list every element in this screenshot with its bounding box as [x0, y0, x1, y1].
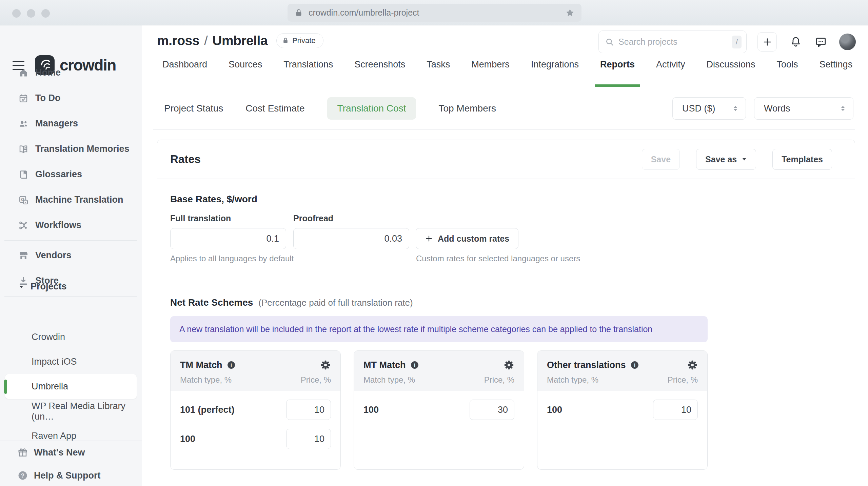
match-type-column-label: Match type, % [547, 375, 598, 385]
table-row: 100 [363, 400, 514, 420]
net-rate-schemes-title: Net Rate Schemes [170, 297, 253, 308]
price-column-label: Price, % [301, 375, 331, 385]
table-row: 101 (perfect) [180, 400, 331, 420]
save-as-label: Save as [705, 155, 737, 164]
breadcrumb: m.ross / Umbrella Private [157, 33, 323, 48]
currency-select[interactable]: USD ($) [672, 97, 746, 120]
tab-members[interactable]: Members [471, 59, 510, 87]
other-translations-100-price-input[interactable] [653, 400, 698, 420]
sidebar-divider [4, 57, 137, 57]
tm-match-card-body: 101 (perfect) 100 [171, 400, 340, 449]
sidebar-project-list: Crowdin Impact iOS Umbrella WP Real Medi… [0, 325, 142, 441]
tab-translations[interactable]: Translations [283, 59, 333, 87]
full-translation-input[interactable] [170, 228, 286, 249]
private-badge-label: Private [292, 36, 315, 45]
sidebar-divider [4, 240, 137, 241]
users-icon [18, 119, 28, 129]
tab-activity[interactable]: Activity [656, 59, 685, 87]
info-icon[interactable]: i [227, 361, 235, 369]
unit-select[interactable]: Words [754, 97, 853, 120]
project-item-raven-app[interactable]: Raven App [0, 424, 142, 441]
search-shortcut-hint: / [732, 36, 742, 48]
net-rate-schemes-subtitle: (Percentage paid of full translation rat… [258, 298, 413, 308]
other-translations-card-body: 100 [537, 400, 707, 420]
mt-match-card-body: 100 [354, 400, 524, 420]
subtab-top-members[interactable]: Top Members [438, 103, 496, 114]
sidebar-item-todo[interactable]: To Do [0, 85, 142, 111]
tab-tasks[interactable]: Tasks [427, 59, 450, 87]
plus-icon [425, 235, 433, 243]
tm-match-101-price-input[interactable] [286, 400, 331, 420]
project-item-wp-real-media-library[interactable]: WP Real Media Library (un… [0, 399, 142, 424]
breadcrumb-owner[interactable]: m.ross [157, 33, 199, 48]
tab-settings[interactable]: Settings [820, 59, 853, 87]
net-rate-cards: TM Match i Match type, % Price, % 101 (p… [170, 350, 842, 470]
tab-screenshots[interactable]: Screenshots [354, 59, 405, 87]
base-rate-help: Applies to all languages by default Cust… [170, 254, 842, 265]
search-input[interactable] [618, 37, 732, 47]
rates-panel: Rates Save Save as Templates Base Rates,… [157, 140, 855, 486]
project-item-umbrella[interactable]: Umbrella [5, 374, 137, 399]
tab-discussions[interactable]: Discussions [707, 59, 755, 87]
sidebar-item-home[interactable]: Home [0, 60, 142, 85]
info-icon[interactable]: i [411, 361, 419, 369]
select-arrows-icon [840, 104, 846, 113]
project-item-impact-ios[interactable]: Impact iOS [0, 349, 142, 374]
tab-sources[interactable]: Sources [229, 59, 262, 87]
sidebar-item-managers[interactable]: Managers [0, 111, 142, 136]
info-icon[interactable]: i [631, 361, 639, 369]
tab-tools[interactable]: Tools [777, 59, 798, 87]
tm-match-100-price-input[interactable] [286, 429, 331, 449]
sidebar-item-vendors[interactable]: Vendors [0, 243, 142, 268]
search-box[interactable]: / [598, 31, 747, 53]
window-close-button[interactable] [12, 9, 21, 18]
subtab-translation-cost[interactable]: Translation Cost [327, 97, 416, 120]
proofread-input[interactable] [293, 228, 409, 249]
gear-icon[interactable] [687, 360, 698, 370]
book-bookmark-icon [18, 169, 28, 180]
create-project-button[interactable] [757, 32, 777, 52]
address-bar[interactable]: crowdin.com/umbrella-project [288, 4, 581, 22]
tab-reports[interactable]: Reports [600, 59, 635, 87]
window-maximize-button[interactable] [41, 9, 50, 18]
mt-match-100-price-input[interactable] [470, 400, 514, 420]
match-type-value: 100 [547, 405, 562, 415]
base-rate-inputs: Add custom rates [170, 228, 842, 249]
lock-icon [294, 8, 303, 17]
svg-text:i: i [634, 362, 635, 368]
gear-icon[interactable] [504, 360, 514, 370]
save-button[interactable]: Save [642, 149, 680, 170]
sidebar-item-glossaries[interactable]: Glossaries [0, 162, 142, 187]
templates-button[interactable]: Templates [772, 149, 832, 170]
user-avatar[interactable] [839, 34, 856, 50]
net-rate-schemes-header: Net Rate Schemes (Percentage paid of ful… [170, 297, 842, 308]
subtabs-divider [153, 129, 855, 130]
proofread-label: Proofread [293, 214, 416, 223]
report-filters: USD ($) Words [672, 97, 853, 120]
project-item-crowdin[interactable]: Crowdin [0, 325, 142, 349]
tab-dashboard[interactable]: Dashboard [162, 59, 207, 87]
subtab-cost-estimate[interactable]: Cost Estimate [245, 103, 304, 114]
rates-panel-body: Base Rates, $/word Full translation Proo… [157, 179, 855, 470]
breadcrumb-separator: / [204, 33, 208, 48]
match-type-value: 101 (perfect) [180, 405, 235, 415]
sidebar-item-help-support[interactable]: ? Help & Support [0, 464, 142, 486]
sidebar-item-machine-translation[interactable]: Gx Machine Translation [0, 187, 142, 212]
subtab-project-status[interactable]: Project Status [164, 103, 223, 114]
table-row: 100 [180, 429, 331, 449]
save-as-button[interactable]: Save as [696, 149, 756, 170]
sidebar-item-workflows[interactable]: Workflows [0, 212, 142, 238]
bell-icon [790, 36, 802, 48]
window-minimize-button[interactable] [27, 9, 35, 18]
sidebar-projects-header[interactable]: Projects [0, 274, 142, 299]
sidebar-item-whats-new[interactable]: What's New [0, 441, 142, 464]
add-custom-rates-button[interactable]: Add custom rates [416, 228, 518, 249]
notifications-button[interactable] [790, 36, 802, 48]
currency-select-value: USD ($) [682, 103, 715, 114]
tab-integrations[interactable]: Integrations [531, 59, 579, 87]
messages-button[interactable] [815, 36, 827, 48]
gear-icon[interactable] [320, 360, 331, 370]
window-controls [12, 9, 50, 18]
sidebar-item-translation-memories[interactable]: Translation Memories [0, 136, 142, 162]
bookmark-star-icon[interactable] [565, 8, 575, 18]
